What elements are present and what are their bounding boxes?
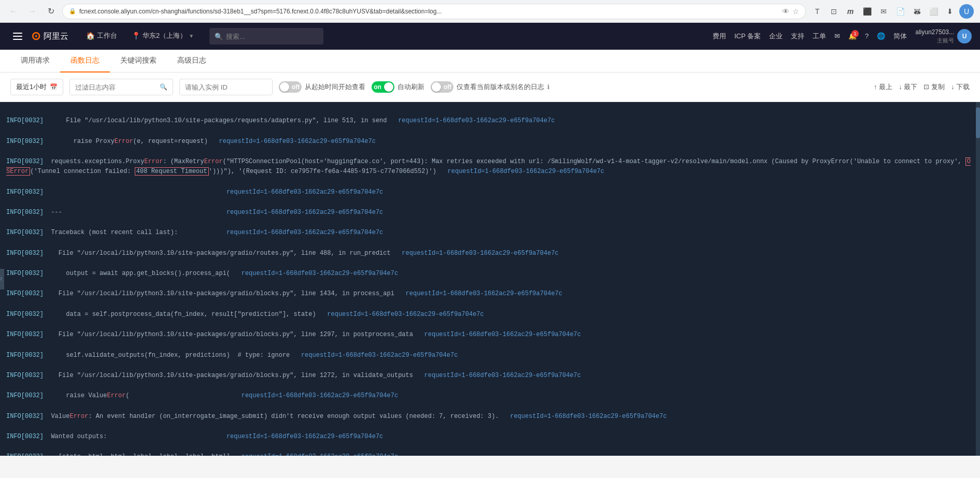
tab-advanced-log[interactable]: 高级日志: [167, 50, 217, 73]
log-scrollbar[interactable]: [976, 102, 980, 456]
nav-language[interactable]: 简体: [893, 32, 907, 41]
filter-search-icon: 🔍: [160, 83, 167, 91]
toggle-start-time-knob: [280, 82, 289, 92]
log-line: INFO[0032] File "/usr/local/lib/python3.…: [6, 320, 974, 340]
nav-workorder[interactable]: 工单: [813, 32, 826, 41]
cast-icon[interactable]: ⊡: [827, 4, 841, 19]
instance-id-input[interactable]: [179, 79, 273, 95]
nav-bell[interactable]: 🔔 1: [848, 32, 857, 40]
username: aliyun27503...: [915, 28, 954, 37]
hamburger-button[interactable]: [8, 27, 27, 46]
nav-support[interactable]: 支持: [791, 32, 804, 41]
toggle-auto-refresh-description: 自动刷新: [397, 82, 424, 92]
download-log-button[interactable]: ↓ 下载: [951, 82, 970, 92]
log-container[interactable]: ◁ INFO[0032] File "/usr/local/lib/python…: [0, 102, 980, 456]
log-line: INFO[0032] output = await app.get_blocks…: [6, 259, 974, 279]
download-icon[interactable]: ⬇: [943, 4, 957, 19]
home-icon: 🏠: [86, 32, 95, 40]
nav-workbench-label: 工作台: [97, 31, 117, 40]
filter-actions: ↑ 最上 ↓ 最下 ⊡ 复制 ↓ 下载: [874, 82, 970, 92]
url-bar[interactable]: 🔒 fcnext.console.aliyun.com/cn-shanghai/…: [62, 4, 806, 19]
toggle-current-version[interactable]: off: [431, 81, 453, 93]
nav-cost[interactable]: 费用: [713, 32, 726, 41]
log-line: INFO[0032] data = self.postprocess_data(…: [6, 300, 974, 320]
tab-keyword-search-label: 关键词搜索: [120, 56, 157, 65]
svg-rect-2: [13, 39, 22, 40]
back-button[interactable]: ←: [6, 4, 21, 19]
nav-enterprise[interactable]: 企业: [769, 32, 783, 41]
toggle-start-time-description: 从起始时间开始查看: [305, 82, 365, 92]
logo-text: 阿里云: [44, 31, 68, 42]
region-icon: 📍: [132, 32, 140, 40]
lock-icon: 🔒: [69, 8, 76, 15]
nav-region[interactable]: 📍 华东2（上海） ▼: [124, 23, 201, 50]
tab-advanced-log-label: 高级日志: [177, 56, 206, 65]
filter-bar: 最近1小时 📅 🔍 off 从起始时间开始查看 on 自动刷新 off 仅查看当…: [0, 73, 980, 102]
nav-mail[interactable]: ✉: [834, 32, 840, 40]
search-input[interactable]: [226, 33, 318, 40]
log-line: INFO[0032] raise ProxyError(e, request=r…: [6, 126, 974, 146]
log-line: INFO[0032] [state, html, html, label, la…: [6, 442, 974, 456]
log-line: INFO[0032] requests.exceptions.ProxyErro…: [6, 147, 974, 177]
log-line: INFO[0032] File "/usr/local/lib/python3.…: [6, 106, 974, 126]
top-nav: ⊙ 阿里云 🏠 工作台 📍 华东2（上海） ▼ 🔍 费用 ICP 备案 企业 支…: [0, 23, 980, 50]
scroll-top-button[interactable]: ↑ 最上: [874, 82, 892, 92]
browser-bar: ← → ↻ 🔒 fcnext.console.aliyun.com/cn-sha…: [0, 0, 980, 23]
info-icon[interactable]: ℹ: [547, 83, 550, 91]
avatar[interactable]: U: [957, 29, 972, 44]
log-line: INFO[0032] --- requestId=1-668dfe03-1662…: [6, 198, 974, 218]
copy-button[interactable]: ⊡ 复制: [924, 82, 945, 92]
search-icon: 🔍: [215, 33, 223, 40]
nav-right: 费用 ICP 备案 企业 支持 工单 ✉ 🔔 1 ? 🌐 简体 aliyun27…: [713, 28, 972, 44]
mail-icon[interactable]: ✉: [876, 4, 891, 19]
nav-workbench[interactable]: 🏠 工作台: [79, 23, 124, 50]
url-text: fcnext.console.aliyun.com/cn-shanghai/fu…: [79, 8, 779, 15]
star-icon[interactable]: ☆: [792, 7, 799, 16]
window-icon[interactable]: ⬜: [926, 4, 941, 19]
toggle-auto-refresh-knob: [384, 82, 393, 92]
calendar-icon: 📅: [50, 83, 58, 91]
log-line: INFO[0032] File "/usr/local/lib/python3.…: [6, 279, 974, 299]
scroll-bottom-button[interactable]: ↓ 最下: [899, 82, 917, 92]
extensions-icon[interactable]: ⬛: [860, 4, 874, 19]
toggle-start-time[interactable]: off: [279, 81, 302, 93]
log-filter-input-wrapper[interactable]: 🔍: [69, 79, 173, 95]
time-range-label: 最近1小时: [16, 82, 47, 92]
log-line: INFO[0032] requestId=1-668dfe03-1662ac29…: [6, 177, 974, 197]
svg-rect-0: [13, 33, 22, 34]
nav-region-label: 华东2（上海）: [143, 31, 187, 40]
tab-function-log[interactable]: 函数日志: [60, 50, 110, 73]
m-icon[interactable]: m: [843, 4, 858, 19]
user-info[interactable]: aliyun27503... 主账号 U: [915, 28, 972, 44]
nav-globe[interactable]: 🌐: [877, 32, 885, 40]
tab-invoke-request[interactable]: 调用请求: [10, 50, 60, 73]
side-handle[interactable]: ◁: [0, 269, 4, 289]
toggle-current-version-description: 仅查看当前版本或别名的日志: [457, 82, 544, 92]
aliyun-logo[interactable]: ⊙ 阿里云: [31, 30, 68, 43]
forward-button[interactable]: →: [25, 4, 39, 19]
log-line: INFO[0032] Traceback (most recent call l…: [6, 218, 974, 238]
tab-invoke-request-label: 调用请求: [21, 56, 50, 65]
browser-actions: T ⊡ m ⬛ ✉ 📄 🦝 ⬜ ⬇ U: [810, 4, 974, 19]
toggle-current-version-group: off 仅查看当前版本或别名的日志 ℹ: [431, 81, 550, 93]
reload-button[interactable]: ↻: [44, 4, 58, 19]
doc-icon[interactable]: 📄: [893, 4, 907, 19]
user-profile-icon[interactable]: U: [959, 4, 974, 19]
nav-icp[interactable]: ICP 备案: [734, 32, 761, 41]
nav-help[interactable]: ?: [865, 32, 869, 40]
log-line: INFO[0032] File "/usr/local/lib/python3.…: [6, 361, 974, 381]
toggle-current-version-label: off: [444, 83, 451, 91]
raccoon-icon[interactable]: 🦝: [910, 4, 924, 19]
toggle-auto-refresh-group: on 自动刷新: [372, 81, 424, 93]
log-filter-input[interactable]: [75, 83, 157, 91]
translate-icon[interactable]: T: [810, 4, 825, 19]
svg-rect-1: [13, 36, 22, 37]
logo-icon: ⊙: [31, 30, 40, 43]
tab-keyword-search[interactable]: 关键词搜索: [110, 50, 167, 73]
log-line: INFO[0032] File "/usr/local/lib/python3.…: [6, 238, 974, 258]
toggle-auto-refresh[interactable]: on: [372, 81, 394, 93]
time-range-selector[interactable]: 最近1小时 📅: [10, 79, 63, 95]
log-scrollbar-thumb[interactable]: [976, 107, 980, 138]
tab-nav: 调用请求 函数日志 关键词搜索 高级日志: [0, 50, 980, 73]
nav-search[interactable]: 🔍: [209, 28, 323, 45]
